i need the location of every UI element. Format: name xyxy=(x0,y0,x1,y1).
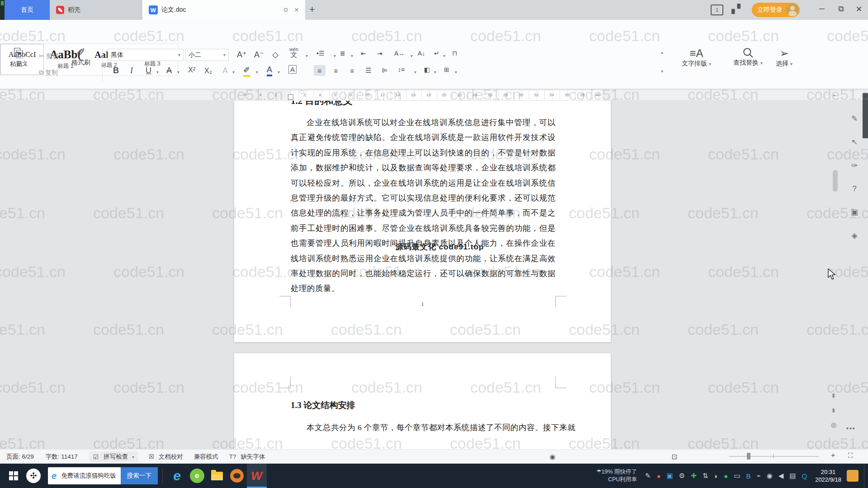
clear-format-icon[interactable]: ◇ xyxy=(272,50,278,60)
apps-grid-icon[interactable]: ▖▘ xyxy=(731,4,743,14)
tray-settings-icon[interactable]: ⚙ xyxy=(679,472,685,480)
login-button[interactable]: 立即登录 xyxy=(752,3,800,17)
tray-touchpad-icon[interactable]: ▤ xyxy=(789,472,796,480)
fullscreen-icon[interactable]: ⛶ xyxy=(848,451,853,460)
sort-icon[interactable]: A↓ xyxy=(418,50,425,57)
weather-cpu-widget[interactable]: ☂19% 雨快停了 CPU利用率 xyxy=(596,468,637,483)
text-effects-icon[interactable]: A xyxy=(222,66,228,75)
missing-font-button[interactable]: T? 缺失字体 xyxy=(229,453,265,461)
scroll-up-icon[interactable]: ⌃ xyxy=(832,94,836,100)
tray-browser-icon[interactable]: ◉ xyxy=(767,472,773,480)
taskbar-explorer[interactable] xyxy=(207,464,227,488)
taskbar-wps[interactable]: W xyxy=(247,464,267,488)
show-marks-icon[interactable]: ↵ xyxy=(434,50,439,57)
restore-button[interactable]: ⧉ xyxy=(832,0,850,18)
font-size-select[interactable]: 小二▾ xyxy=(185,49,229,61)
pinyin-guide-icon[interactable]: wén 文 xyxy=(289,47,298,58)
highlight-color-icon[interactable]: ✐ xyxy=(243,65,250,77)
screen-share-icon[interactable]: ⧉ xyxy=(284,6,288,14)
align-right-icon[interactable]: ≡ xyxy=(346,65,358,76)
fit-page-icon[interactable]: ⊡ xyxy=(668,452,681,462)
zoom-slider-thumb[interactable] xyxy=(747,453,750,460)
zoom-slider-track[interactable] xyxy=(729,456,819,457)
taskbar-search-button[interactable]: 搜索一下 xyxy=(121,467,158,484)
gallery-down-icon[interactable]: ▾ xyxy=(661,69,663,74)
decrease-indent-icon[interactable]: ⇤ xyxy=(361,50,366,57)
shading-icon[interactable]: ◧ xyxy=(424,66,430,73)
taskbar-ie[interactable]: e xyxy=(167,464,187,488)
tray-screen-icon[interactable]: ▣ xyxy=(667,472,673,480)
tab-settings-icon[interactable]: ⊓ xyxy=(452,50,457,57)
tab-close-icon[interactable]: × xyxy=(294,5,299,14)
minimize-button[interactable]: ─ xyxy=(813,0,831,18)
tab-docer[interactable]: 稻壳 xyxy=(50,0,142,20)
show-desktop-button[interactable] xyxy=(864,464,868,488)
left-indent-marker[interactable] xyxy=(288,94,293,100)
tray-health-icon[interactable]: ✚ xyxy=(691,472,697,480)
numbered-list-icon[interactable]: ≣ xyxy=(340,50,345,57)
taskbar-cat-app[interactable] xyxy=(227,464,247,488)
taskbar-clock[interactable]: 20:31 2022/9/18 xyxy=(815,468,841,483)
grow-font-icon[interactable]: A⁺ xyxy=(237,50,247,60)
tray-bluetooth-icon[interactable]: B xyxy=(746,472,751,480)
underline-icon[interactable]: U xyxy=(146,66,151,75)
document-area[interactable]: 1.2 目的和意义 企业在线培训系统可以对企业在线培训系统信息进行集中管理，可以… xyxy=(0,101,868,449)
tab-document[interactable]: W 论文.doc ⧉ × xyxy=(142,0,305,20)
tray-green-icon[interactable]: ● xyxy=(724,472,728,480)
font-name-select[interactable]: 黑体▾ xyxy=(108,49,184,61)
bullet-list-icon[interactable]: •☰ xyxy=(316,50,324,57)
screenshot-tray-icon[interactable] xyxy=(847,470,859,482)
tray-search-icon[interactable]: Q xyxy=(802,472,807,480)
taskbar-search-widget[interactable]: e 免费请流浪猫狗吃饭 搜索一下 xyxy=(48,467,158,484)
tray-volume-icon[interactable]: ◀ xyxy=(778,472,784,480)
shrink-font-icon[interactable]: A⁻ xyxy=(254,50,264,60)
select-cursor-icon[interactable]: ↖ xyxy=(851,137,858,147)
borders-icon[interactable]: ⊞ xyxy=(444,66,449,73)
paste-button[interactable]: ⎘ 粘贴▾ xyxy=(10,46,27,68)
cut-button[interactable]: ✂ 剪切 xyxy=(39,52,59,61)
vertical-scrollbar-thumb[interactable] xyxy=(833,170,838,192)
gallery-up-icon[interactable]: ▴ xyxy=(661,50,663,55)
tray-pen-icon[interactable]: ✎ xyxy=(645,472,651,480)
screenshot-tool-icon[interactable]: ▣ xyxy=(851,207,858,217)
subscript-icon[interactable]: X₂ xyxy=(204,67,212,75)
bold-icon[interactable]: B xyxy=(113,66,119,75)
proofread-button[interactable]: ☒ 文档校对 xyxy=(149,453,183,461)
next-page-icon[interactable]: ⇟ xyxy=(831,407,836,414)
spell-check-button[interactable]: ☑ 拼写检查▾ xyxy=(90,451,138,462)
page-indicator[interactable]: 页面: 6/29 xyxy=(6,453,34,461)
close-button[interactable]: ✕ xyxy=(850,0,868,18)
help-icon[interactable]: ? xyxy=(852,184,856,193)
more-tools-icon[interactable]: ••• xyxy=(846,425,856,432)
page-2[interactable]: 1.3 论文结构安排 本文总共分为 6 个章节，每个章节都对本系统描述了不同的内… xyxy=(234,353,611,449)
tray-network-icon[interactable]: ⇅ xyxy=(703,472,708,480)
page-1[interactable]: 1.2 目的和意义 企业在线培训系统可以对企业在线培训系统信息进行集中管理，可以… xyxy=(234,101,611,342)
browse-object-icon[interactable]: ◎ xyxy=(831,421,836,428)
select-button[interactable]: ➢ 选择▾ xyxy=(776,47,793,68)
tray-notify-icon[interactable]: ◗ xyxy=(714,472,718,480)
align-center-icon[interactable]: ≡ xyxy=(330,65,342,76)
italic-icon[interactable]: I xyxy=(130,66,133,75)
zoom-in-icon[interactable]: + xyxy=(831,451,835,460)
copy-button[interactable]: ⧉ 复制 xyxy=(39,69,58,77)
char-scale-icon[interactable]: A↔ xyxy=(394,50,405,57)
annotate-pen-icon[interactable]: ✎ xyxy=(851,114,858,123)
text-layout-button[interactable]: ≡A 文字排版▾ xyxy=(682,47,711,68)
format-painter-button[interactable]: ✐ 格式刷 xyxy=(71,46,90,67)
char-shading-icon[interactable]: A xyxy=(288,65,297,74)
start-button[interactable] xyxy=(4,464,24,488)
find-replace-button[interactable]: 查找替换▾ xyxy=(733,47,763,67)
right-edge-panel[interactable] xyxy=(863,93,868,138)
word-count[interactable]: 字数: 11417 xyxy=(46,453,78,461)
eye-protect-icon[interactable]: ◉ xyxy=(546,452,559,462)
tray-record-icon[interactable]: ● xyxy=(656,472,660,480)
strikethrough-icon[interactable]: A xyxy=(166,66,172,75)
align-left-icon[interactable]: ≡ xyxy=(314,65,326,76)
tab-home[interactable]: 首页 xyxy=(5,0,50,20)
compat-mode[interactable]: 兼容模式 xyxy=(194,453,218,461)
superscript-icon[interactable]: X² xyxy=(188,66,195,74)
taskbar-launcher[interactable]: ✣ xyxy=(24,464,43,488)
increase-indent-icon[interactable]: ⇥ xyxy=(377,50,382,57)
highlight-tool-icon[interactable]: ✑ xyxy=(851,161,858,170)
justify-icon[interactable]: ☰ xyxy=(363,65,374,76)
